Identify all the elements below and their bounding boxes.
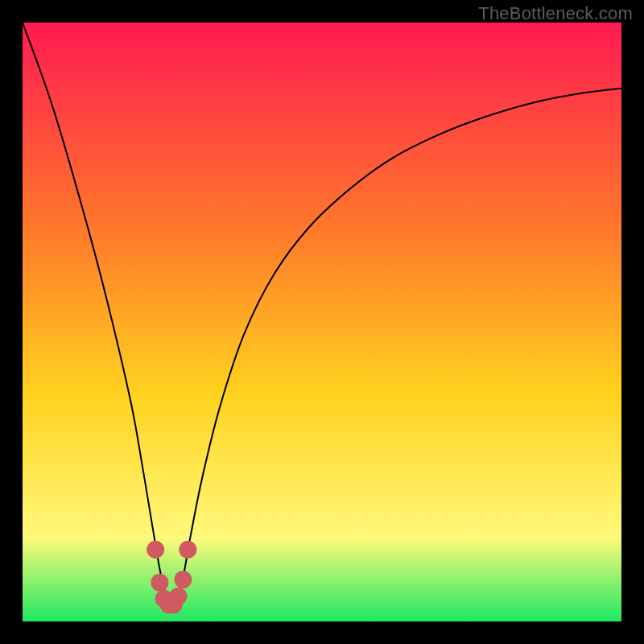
chart-svg xyxy=(23,23,621,621)
valley-marker xyxy=(169,588,187,605)
valley-marker xyxy=(179,541,196,559)
watermark-text: TheBottleneck.com xyxy=(478,3,633,24)
valley-marker xyxy=(151,574,168,592)
valley-marker xyxy=(147,541,164,559)
outer-frame: TheBottleneck.com xyxy=(0,0,644,644)
valley-marker xyxy=(174,571,192,588)
plot-area xyxy=(23,23,621,621)
